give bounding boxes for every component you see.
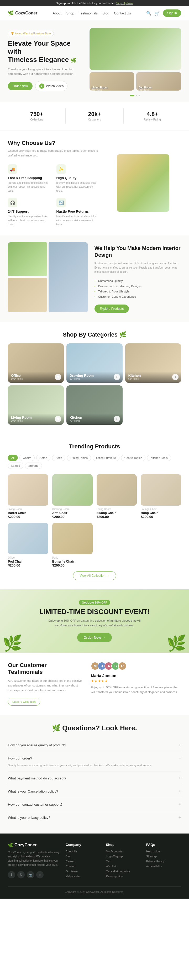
banner-text: Sign up and GET 20% OFF for your first o… xyxy=(56,2,116,5)
footer-privacy[interactable]: Privacy Policy xyxy=(146,860,181,863)
footer-about[interactable]: About Us xyxy=(66,850,100,853)
twitter-icon[interactable]: 𝕏 xyxy=(17,871,25,878)
faq-question-4[interactable]: What is your Cancellation policy? + xyxy=(8,789,181,794)
butterfly-chair-image xyxy=(52,523,93,554)
category-kitchen-top-btn[interactable]: + xyxy=(172,374,178,380)
filter-lamps[interactable]: Lamps xyxy=(8,463,23,469)
dot-3[interactable] xyxy=(138,95,140,96)
why-choose-title: Why Choose Us? xyxy=(8,140,100,146)
faq-question-6[interactable]: What is your privacy policy? + xyxy=(8,815,181,820)
view-all-button[interactable]: View All Collection → xyxy=(73,571,116,580)
footer-help-guide[interactable]: Help guide xyxy=(146,850,181,853)
support-icon: 🎧 xyxy=(8,198,17,207)
hero-bedroom-img: Bed Room 400+ items xyxy=(136,72,181,91)
faq-question-1[interactable]: How do you ensure quality of product? + xyxy=(8,742,181,748)
modern-img-3 xyxy=(49,242,88,312)
dot-2[interactable] xyxy=(136,95,137,96)
plant-left-icon: 🌿 xyxy=(3,635,22,652)
filter-storage[interactable]: Storage xyxy=(25,463,42,469)
feature-shipping: 🚚 Fast & Free Shipping Identify and incl… xyxy=(8,164,51,193)
category-kitchen-btn[interactable]: + xyxy=(114,416,120,422)
logo-text: CozyConer xyxy=(15,11,37,16)
nav-shop[interactable]: Shop xyxy=(66,11,74,15)
feature-shipping-desc: Identify and include priceless links wit… xyxy=(8,181,51,193)
category-living-room[interactable]: Living Room 200+ items + xyxy=(8,385,64,425)
faq-question-3[interactable]: What payment method do you accept? + xyxy=(8,775,181,781)
stat-rating: 4.8+ Review Rating xyxy=(124,108,181,124)
modern-title: We Help You Make Modern Interior Design xyxy=(94,245,181,258)
category-kitchen-top[interactable]: Kitchen 50+ items + xyxy=(125,344,181,383)
product-butterfly-chair[interactable]: Patio Butterfly Chair $200.00 xyxy=(52,523,93,567)
modern-images xyxy=(8,242,88,315)
footer-help-center[interactable]: Help center xyxy=(66,875,100,878)
hoop-chair-name: Hoop Chair xyxy=(141,511,181,515)
footer-sitemap[interactable]: Sitemap xyxy=(146,855,181,858)
product-hoop-chair[interactable]: Lounge Chair Hoop Chair $200.00 xyxy=(141,474,181,519)
category-office[interactable]: Office 100+ items + xyxy=(8,344,64,383)
faq-item-1: How do you ensure quality of product? + xyxy=(8,739,181,752)
logo[interactable]: 🌿 CozyConer xyxy=(8,10,37,16)
category-drawing-btn[interactable]: + xyxy=(114,374,120,380)
footer-accessibility[interactable]: Accessibility xyxy=(146,865,181,868)
footer-wishlist[interactable]: Wishlist xyxy=(106,865,141,868)
watch-video-button[interactable]: ▶ Watch Video xyxy=(35,81,67,91)
filter-office[interactable]: Office Furniture xyxy=(93,455,119,461)
nav-about[interactable]: About xyxy=(52,11,62,15)
footer-login[interactable]: Login/Signup xyxy=(106,855,141,858)
footer-accounts[interactable]: My Accounts xyxy=(106,850,141,853)
footer-our-team[interactable]: Our team xyxy=(66,870,100,873)
footer-cart[interactable]: Cart xyxy=(106,860,141,863)
filter-kitchen[interactable]: Kitchen Tools xyxy=(147,455,171,461)
main-nav: About Shop Testimonials Blog Contact Us xyxy=(52,11,131,15)
explore-products-button[interactable]: Explore Products xyxy=(94,304,129,313)
footer-bottom: Copyright © 2025 CozyConer. All Rights R… xyxy=(8,886,181,893)
category-drawing-room[interactable]: Drawing Room 80+ items + xyxy=(67,344,122,383)
footer-logo: 🌿 CozyConer xyxy=(8,843,60,848)
bullet-1: Unmatched Quality xyxy=(94,278,181,283)
order-now-button[interactable]: Order Now xyxy=(8,82,33,90)
filter-all[interactable]: All xyxy=(8,455,18,461)
product-swoop-chair[interactable]: Living Room Swoop Chair $200.00 xyxy=(97,474,137,519)
faq-question-5[interactable]: How do I contact customer support? + xyxy=(8,802,181,807)
filter-chairs[interactable]: Chairs xyxy=(19,455,35,461)
butterfly-chair-category: Patio xyxy=(52,556,93,559)
banner-link[interactable]: Sign Up Now xyxy=(116,2,133,5)
category-living-count: 200+ items xyxy=(11,420,60,422)
nav-testimonials[interactable]: Testimonials xyxy=(79,11,98,15)
footer-company-title: Company xyxy=(66,843,100,846)
signin-button[interactable]: Sign In xyxy=(163,10,181,17)
footer-blog[interactable]: Blog xyxy=(66,855,100,858)
discount-order-button[interactable]: Order Now → xyxy=(77,633,111,642)
why-choose-section: Why Choose Us? Choose cozy recliners to … xyxy=(0,130,189,235)
filter-sofas[interactable]: Sofas xyxy=(36,455,51,461)
product-pod-chair[interactable]: Office Pod Chair $200.00 xyxy=(8,523,48,567)
explore-collection-button[interactable]: Explore Collection xyxy=(8,698,40,706)
nav-blog[interactable]: Blog xyxy=(102,11,109,15)
nav-contact[interactable]: Contact Us xyxy=(114,11,131,15)
category-kitchen[interactable]: Kitchen 70+ items + xyxy=(67,385,122,425)
product-barrel-chair[interactable]: Living Room Barrel Chair $200.00 xyxy=(8,474,48,519)
dot-1[interactable] xyxy=(130,95,134,96)
linkedin-icon[interactable]: in xyxy=(36,871,44,878)
filter-dining[interactable]: Dining Tables xyxy=(67,455,91,461)
search-icon[interactable]: 🔍 xyxy=(146,11,151,16)
product-arm-chair[interactable]: Drawing Room Arm Chair $200.00 xyxy=(52,474,93,519)
cart-icon[interactable]: 🛒 xyxy=(155,11,160,16)
why-choose-layout: Why Choose Us? Choose cozy recliners to … xyxy=(8,140,181,226)
facebook-icon[interactable]: f xyxy=(8,871,15,878)
filter-beds[interactable]: Beds xyxy=(52,455,65,461)
stat-customers-label: Customers xyxy=(71,118,118,121)
swoop-chair-category: Living Room xyxy=(97,508,137,511)
footer-career[interactable]: Career xyxy=(66,860,100,863)
copyright-text: Copyright © 2025 CozyConer. All Rights R… xyxy=(65,891,124,893)
footer-returns[interactable]: Return policy xyxy=(106,875,141,878)
footer-contact[interactable]: Contact xyxy=(66,865,100,868)
category-drawing-count: 80+ items xyxy=(70,377,119,380)
pod-chair-image xyxy=(8,523,48,554)
faq-question-2[interactable]: How do I order? − xyxy=(8,756,181,761)
footer-cancellation[interactable]: Cancellation policy xyxy=(106,870,141,873)
reviewer-name: Maria Jonson xyxy=(91,673,181,678)
swoop-chair-price: $200.00 xyxy=(97,515,137,519)
instagram-icon[interactable]: 📷 xyxy=(27,871,34,878)
filter-centre[interactable]: Centre Tables xyxy=(121,455,146,461)
